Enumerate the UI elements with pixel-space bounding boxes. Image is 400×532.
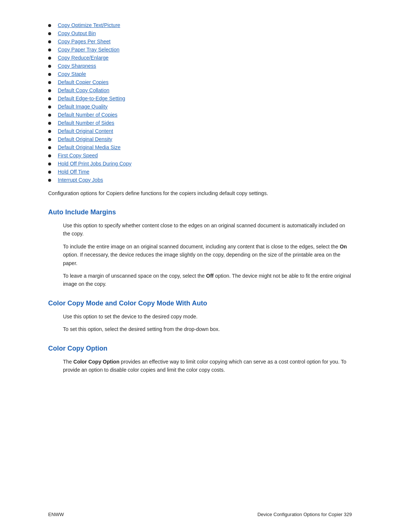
bullet-link-default-original-media-size[interactable]: Default Original Media Size — [58, 144, 121, 150]
config-description: Configuration options for Copiers define… — [48, 190, 352, 197]
bullet-dot — [48, 179, 51, 182]
section-color-copy-option: Color Copy OptionThe Color Copy Option p… — [48, 345, 352, 374]
section-color-copy-mode: Color Copy Mode and Color Copy Mode With… — [48, 300, 352, 334]
bullet-dot — [48, 171, 51, 174]
bullet-link-first-copy-speed[interactable]: First Copy Speed — [58, 153, 98, 158]
section-heading-color-copy-option: Color Copy Option — [48, 345, 352, 352]
bullet-dot — [48, 163, 51, 165]
bullet-link-copy-output-bin[interactable]: Copy Output Bin — [58, 30, 96, 36]
bullet-item-copy-output-bin: Copy Output Bin — [48, 30, 352, 36]
bullet-link-default-number-sides[interactable]: Default Number of Sides — [58, 120, 114, 126]
section-heading-color-copy-mode: Color Copy Mode and Color Copy Mode With… — [48, 300, 352, 307]
bullet-link-default-copier-copies[interactable]: Default Copier Copies — [58, 79, 109, 85]
bullet-link-default-original-density[interactable]: Default Original Density — [58, 136, 112, 142]
bullet-dot — [48, 122, 51, 125]
section-heading-auto-include-margins: Auto Include Margins — [48, 208, 352, 216]
bullet-item-copy-reduce-enlarge: Copy Reduce/Enlarge — [48, 55, 352, 61]
section-paragraph-color-copy-option-0: The Color Copy Option provides an effect… — [63, 358, 352, 374]
bullet-link-hold-off-print-jobs[interactable]: Hold Off Print Jobs During Copy — [58, 161, 131, 167]
section-body-auto-include-margins: Use this option to specify whether conte… — [48, 221, 352, 288]
bullet-item-copy-sharpness: Copy Sharpness — [48, 63, 352, 69]
bullet-dot — [48, 89, 51, 92]
bullet-item-default-image-quality: Default Image Quality — [48, 104, 352, 110]
bullet-dot — [48, 146, 51, 149]
bullet-item-copy-staple: Copy Staple — [48, 71, 352, 77]
bullet-link-copy-staple[interactable]: Copy Staple — [58, 71, 86, 77]
bullet-item-default-original-media-size: Default Original Media Size — [48, 144, 352, 150]
bullet-link-copy-paper-tray[interactable]: Copy Paper Tray Selection — [58, 47, 120, 53]
footer: ENWW Device Configuration Options for Co… — [48, 512, 352, 517]
section-body-color-copy-mode: Use this option to set the device to the… — [48, 312, 352, 334]
bullet-item-default-number-copies: Default Number of Copies — [48, 112, 352, 118]
bullet-item-default-number-sides: Default Number of Sides — [48, 120, 352, 126]
bullet-item-hold-off-time: Hold Off Time — [48, 169, 352, 175]
section-paragraph-color-copy-mode-1: To set this option, select the desired s… — [63, 325, 352, 333]
bullet-item-default-original-density: Default Original Density — [48, 136, 352, 142]
section-paragraph-auto-include-margins-1: To include the entire image on an origin… — [63, 242, 352, 267]
section-paragraph-auto-include-margins-0: Use this option to specify whether conte… — [63, 221, 352, 238]
sections-container: Auto Include MarginsUse this option to s… — [48, 208, 352, 374]
bullet-dot — [48, 24, 51, 27]
bullet-link-default-copy-collation[interactable]: Default Copy Collation — [58, 87, 109, 93]
page-content: Copy Optimize Text/PictureCopy Output Bi… — [0, 0, 400, 415]
bullet-item-default-edge-to-edge: Default Edge-to-Edge Setting — [48, 96, 352, 101]
bullet-link-default-edge-to-edge[interactable]: Default Edge-to-Edge Setting — [58, 96, 125, 101]
bullet-link-default-original-content[interactable]: Default Original Content — [58, 128, 113, 134]
bullet-dot — [48, 40, 51, 43]
bullet-dot — [48, 106, 51, 108]
bullet-dot — [48, 73, 51, 76]
bullet-item-first-copy-speed: First Copy Speed — [48, 153, 352, 158]
section-auto-include-margins: Auto Include MarginsUse this option to s… — [48, 208, 352, 288]
bullet-link-copy-pages-per-sheet[interactable]: Copy Pages Per Sheet — [58, 39, 110, 44]
bullet-item-copy-optimize: Copy Optimize Text/Picture — [48, 22, 352, 28]
bullet-link-interrupt-copy-jobs[interactable]: Interrupt Copy Jobs — [58, 177, 103, 183]
bullet-dot — [48, 65, 51, 68]
bullet-item-default-copy-collation: Default Copy Collation — [48, 87, 352, 93]
bullet-dot — [48, 154, 51, 157]
bullet-dot — [48, 81, 51, 84]
footer-left: ENWW — [48, 512, 64, 517]
bullet-link-hold-off-time[interactable]: Hold Off Time — [58, 169, 89, 175]
bullet-link-copy-sharpness[interactable]: Copy Sharpness — [58, 63, 96, 69]
bullet-link-default-number-copies[interactable]: Default Number of Copies — [58, 112, 117, 118]
bullet-item-hold-off-print-jobs: Hold Off Print Jobs During Copy — [48, 161, 352, 167]
bullet-item-default-original-content: Default Original Content — [48, 128, 352, 134]
bullet-link-copy-optimize[interactable]: Copy Optimize Text/Picture — [58, 22, 120, 28]
bullet-link-default-image-quality[interactable]: Default Image Quality — [58, 104, 108, 110]
bullet-dot — [48, 32, 51, 35]
section-paragraph-auto-include-margins-2: To leave a margin of unscanned space on … — [63, 272, 352, 288]
section-body-color-copy-option: The Color Copy Option provides an effect… — [48, 358, 352, 374]
bullet-dot — [48, 57, 51, 60]
bullet-item-default-copier-copies: Default Copier Copies — [48, 79, 352, 85]
bullet-item-copy-pages-per-sheet: Copy Pages Per Sheet — [48, 39, 352, 44]
bullet-list: Copy Optimize Text/PictureCopy Output Bi… — [48, 22, 352, 183]
bullet-dot — [48, 138, 51, 141]
bullet-item-copy-paper-tray: Copy Paper Tray Selection — [48, 47, 352, 53]
bullet-dot — [48, 48, 51, 51]
section-paragraph-color-copy-mode-0: Use this option to set the device to the… — [63, 312, 352, 321]
bullet-item-interrupt-copy-jobs: Interrupt Copy Jobs — [48, 177, 352, 183]
bullet-dot — [48, 114, 51, 117]
bullet-dot — [48, 130, 51, 133]
bullet-dot — [48, 97, 51, 100]
bullet-link-copy-reduce-enlarge[interactable]: Copy Reduce/Enlarge — [58, 55, 109, 61]
footer-right: Device Configuration Options for Copier … — [257, 512, 352, 517]
